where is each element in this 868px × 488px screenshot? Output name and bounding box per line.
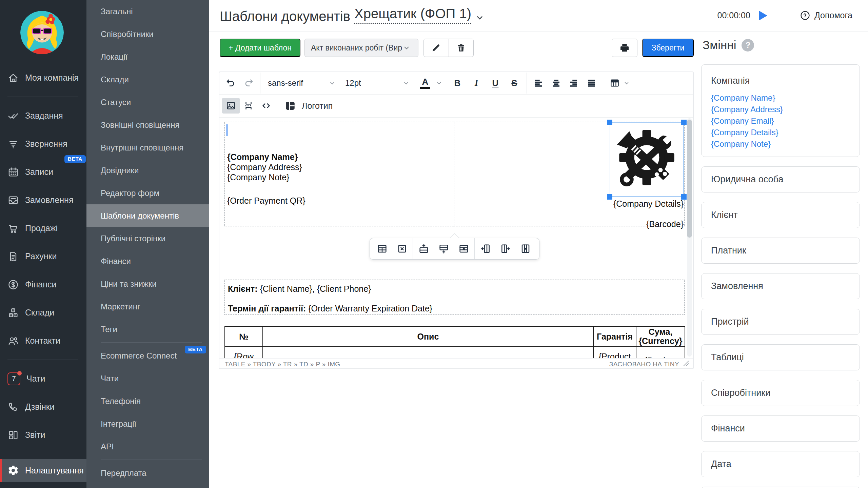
sidebar-item-sales[interactable]: Продажі: [0, 214, 86, 242]
column-insert-after-button[interactable]: [495, 239, 515, 258]
table-cell[interactable]: [263, 347, 593, 358]
template-select[interactable]: Акт виконаних робіт (Вир: [304, 39, 418, 57]
variable-card[interactable]: Клієнт: [701, 202, 860, 228]
text-color-button[interactable]: A: [414, 74, 436, 92]
settings-item[interactable]: Телефонія: [86, 390, 209, 412]
settings-item[interactable]: Теги: [86, 318, 209, 341]
row-insert-below-button[interactable]: [434, 239, 454, 258]
sidebar-item-orders[interactable]: Замовлення: [0, 186, 86, 214]
doc-company-address[interactable]: {Company Address}: [227, 162, 302, 172]
table-header-cell[interactable]: Опис: [263, 326, 593, 347]
font-size-select[interactable]: 12pt: [340, 78, 414, 88]
settings-item[interactable]: API: [86, 435, 209, 458]
document-items-table[interactable]: №ОписГарантіяСума, {Currency} {Row{Produ…: [224, 326, 685, 358]
column-delete-button[interactable]: [515, 239, 535, 258]
sidebar-item-finance[interactable]: Фінанси: [0, 270, 86, 299]
align-center-button[interactable]: [547, 75, 565, 91]
settings-item[interactable]: Загальні: [86, 0, 209, 23]
sidebar-item-tasks[interactable]: Завдання: [0, 102, 86, 130]
table-cell[interactable]: {Product: [593, 347, 636, 358]
sidebar-item-settings[interactable]: Налаштування: [0, 459, 86, 482]
settings-item[interactable]: Локації: [86, 45, 209, 68]
document-header-left-cell[interactable]: {Company Name} {Company Address} {Compan…: [224, 122, 454, 226]
table-header-cell[interactable]: Сума, {Currency}: [636, 326, 685, 347]
element-path[interactable]: TABLE » TBODY » TR » TD » P » IMG: [225, 361, 340, 368]
sidebar-item-calendar[interactable]: ЗаписиBETA: [0, 158, 86, 186]
doc-company-name[interactable]: {Company Name}: [227, 152, 302, 162]
variable-card[interactable]: Платник: [701, 238, 860, 264]
variable-card[interactable]: Замовлення: [701, 273, 860, 299]
table-header-cell[interactable]: №: [225, 326, 263, 347]
sidebar-item-reports[interactable]: Звіти: [0, 421, 86, 449]
sidebar-item-chats[interactable]: 7Чати: [0, 365, 86, 393]
chevron-down-icon[interactable]: [624, 80, 630, 86]
settings-item[interactable]: Довідники: [86, 159, 209, 182]
avatar[interactable]: [20, 11, 64, 54]
resize-grip-icon[interactable]: [683, 361, 689, 368]
variable-card[interactable]: Юридична особа: [701, 166, 860, 192]
settings-item[interactable]: Редактор форм: [86, 182, 209, 204]
settings-item[interactable]: Інтеграції: [86, 412, 209, 435]
variable-link[interactable]: {Company Name}: [711, 92, 850, 104]
undo-button[interactable]: [222, 75, 240, 91]
table-delete-button[interactable]: [392, 239, 412, 258]
table-header-cell[interactable]: Гарантія: [593, 326, 636, 347]
insert-logo-button[interactable]: Логотип: [281, 100, 336, 112]
settings-item[interactable]: Передплата: [86, 462, 209, 484]
sidebar-item-contacts[interactable]: Контакти: [0, 327, 86, 355]
help-question-icon[interactable]: ?: [742, 39, 754, 52]
chevron-down-icon[interactable]: [475, 13, 484, 22]
settings-item[interactable]: Статуси: [86, 91, 209, 114]
table-properties-button[interactable]: [372, 239, 392, 258]
variable-card[interactable]: Дата: [701, 451, 860, 477]
italic-button[interactable]: I: [467, 75, 486, 91]
align-justify-button[interactable]: [583, 75, 600, 91]
resize-handle[interactable]: [607, 194, 612, 200]
logo-image[interactable]: [610, 122, 684, 197]
variable-link[interactable]: {Company Address}: [711, 104, 850, 115]
page-break-button[interactable]: [240, 98, 257, 114]
variable-link[interactable]: {Company Email}: [711, 115, 850, 127]
settings-item[interactable]: Внутрішні сповіщення: [86, 136, 209, 159]
row-insert-above-button[interactable]: [414, 239, 434, 258]
settings-item[interactable]: Фінанси: [86, 250, 209, 272]
resize-handle[interactable]: [681, 120, 687, 125]
variable-link[interactable]: {Company Details}: [711, 127, 850, 138]
align-right-button[interactable]: [565, 75, 583, 91]
add-template-button[interactable]: + Додати шаблон: [220, 39, 300, 57]
settings-item[interactable]: Зовнішні сповіщення: [86, 114, 209, 136]
timer-play-icon[interactable]: [759, 11, 767, 20]
sidebar-item-calls[interactable]: Дзвінки: [0, 393, 86, 421]
strikethrough-button[interactable]: S: [505, 75, 524, 91]
sidebar-item-invoices[interactable]: Рахунки: [0, 242, 86, 270]
table-cell[interactable]: {Row: [225, 347, 263, 358]
settings-item[interactable]: Ecommerce ConnectBETA: [86, 344, 209, 367]
redo-button[interactable]: [240, 75, 257, 91]
font-family-select[interactable]: sans-serif: [263, 78, 340, 88]
settings-item[interactable]: Ціни та знижки: [86, 272, 209, 295]
powered-by-label[interactable]: ЗАСНОВАНО НА TINY: [609, 361, 679, 368]
doc-barcode[interactable]: {Barcode}: [646, 219, 684, 229]
doc-company-details[interactable]: {Company Details}: [613, 199, 684, 209]
variable-card[interactable]: Співробітники: [701, 380, 860, 406]
table-cell[interactable]: {Product: [636, 347, 685, 358]
save-button[interactable]: Зберегти: [642, 39, 694, 57]
align-left-button[interactable]: [530, 75, 547, 91]
variable-card[interactable]: Фінанси: [701, 415, 860, 442]
editor-scrollbar-thumb[interactable]: [687, 120, 692, 238]
underline-button[interactable]: U: [486, 75, 505, 91]
source-code-button[interactable]: [257, 98, 275, 114]
chevron-down-icon[interactable]: [436, 80, 442, 86]
settings-item[interactable]: Маркетинг: [86, 295, 209, 318]
variable-card[interactable]: [701, 487, 860, 488]
insert-image-button[interactable]: [222, 98, 240, 114]
settings-item[interactable]: Публічні сторінки: [86, 227, 209, 250]
doc-company-note[interactable]: {Company Note}: [227, 172, 302, 182]
help-button[interactable]: Допомога: [800, 10, 852, 21]
row-delete-button[interactable]: [454, 239, 474, 258]
sidebar-item-warehouse[interactable]: Склади: [0, 299, 86, 327]
template-name-dropdown[interactable]: Хрещатик (ФОП 1): [354, 6, 471, 24]
sidebar-item-home[interactable]: Моя компанія: [0, 64, 86, 92]
document-client-block[interactable]: Клієнт: {Client Name}, {Client Phone} Те…: [224, 280, 685, 315]
sidebar-item-leads[interactable]: Звернення: [0, 130, 86, 158]
